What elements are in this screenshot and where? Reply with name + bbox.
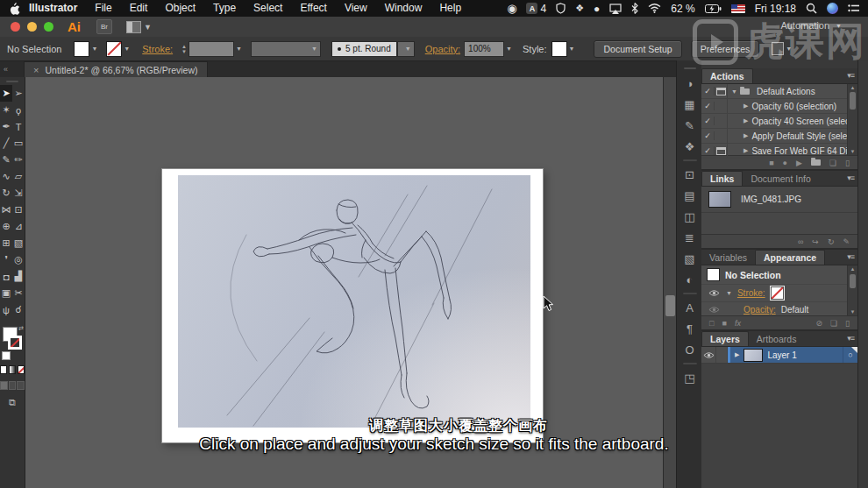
brush-dropdown-arrow[interactable]: ▼ xyxy=(397,41,415,57)
gradient-button[interactable] xyxy=(9,365,16,374)
action-row[interactable]: ✓ ▶ Opacity 60 (selection) xyxy=(701,99,857,114)
action-row[interactable]: ✓ ▶ Save For Web GIF 64 Dithe… xyxy=(701,144,857,159)
none-button[interactable] xyxy=(18,365,25,374)
menu-clock[interactable]: Fri 19:18 xyxy=(755,3,796,15)
brushes-panel-icon[interactable]: ✎ xyxy=(677,115,702,136)
delete-item-icon[interactable]: ▯ xyxy=(845,319,850,328)
opacity-value[interactable]: 100% xyxy=(464,41,504,57)
expand-arrow-icon[interactable]: ▶ xyxy=(743,103,748,110)
spotlight-search-icon[interactable] xyxy=(806,3,817,14)
panel-menu-icon[interactable]: ▾≡ xyxy=(847,334,854,343)
draw-inside-button[interactable] xyxy=(17,381,25,390)
eraser-tool[interactable]: ▱ xyxy=(12,168,25,185)
artboard-tool[interactable]: ▣ xyxy=(0,285,12,301)
symbol-link-panel-icon[interactable]: ◳ xyxy=(677,367,702,388)
artboard[interactable] xyxy=(162,169,543,442)
go-to-link-icon[interactable]: ↪ xyxy=(812,237,819,246)
document-properties-icon[interactable] xyxy=(772,42,784,55)
stroke-attribute-link[interactable]: Stroke: xyxy=(737,288,765,298)
new-fill-icon[interactable]: ■ xyxy=(722,319,726,328)
dialog-toggle-cell[interactable] xyxy=(715,129,728,143)
align-panel-icon[interactable]: ▤ xyxy=(677,185,702,206)
layer-name[interactable]: Layer 1 xyxy=(767,350,796,360)
tab-document-info[interactable]: Document Info xyxy=(743,172,818,186)
direct-selection-tool[interactable]: ➢ xyxy=(12,85,25,102)
layer-selected-area[interactable]: ▶ Layer 1 xyxy=(728,347,843,363)
placed-sketch-image[interactable] xyxy=(178,175,530,428)
screen-mode-button[interactable]: ⧉ xyxy=(0,397,25,408)
dialog-toggle-cell[interactable] xyxy=(715,99,728,113)
app-notification-icon[interactable]: A xyxy=(526,3,537,14)
expand-arrow-icon[interactable]: ▼ xyxy=(731,88,737,95)
width-tool[interactable]: ⋈ xyxy=(0,202,12,218)
dialog-toggle-icon[interactable] xyxy=(715,144,728,158)
zoom-tool[interactable]: ☌ xyxy=(12,301,25,318)
document-setup-button[interactable]: Document Setup xyxy=(594,40,681,58)
chevron-down-icon[interactable]: ▼ xyxy=(569,46,575,52)
chevron-down-icon[interactable]: ▼ xyxy=(124,46,130,52)
airplay-icon[interactable] xyxy=(609,4,622,14)
perspective-grid-tool[interactable]: ⊿ xyxy=(12,218,25,235)
visibility-eye-icon[interactable] xyxy=(707,289,721,297)
action-enabled-check[interactable]: ✓ xyxy=(701,131,715,140)
appearance-selection-row[interactable]: No Selection xyxy=(701,265,857,285)
link-item-row[interactable]: IMG_0481.JPG xyxy=(701,187,857,213)
chevron-down-icon[interactable]: ▼ xyxy=(91,46,97,52)
input-language-flag-icon[interactable] xyxy=(731,4,745,13)
stroke-color-swatch[interactable] xyxy=(106,41,122,57)
fill-color-swatch[interactable] xyxy=(74,41,89,57)
record-icon[interactable]: ● xyxy=(783,159,787,167)
menu-help[interactable]: Help xyxy=(430,0,470,17)
arrange-documents-button[interactable]: ▼ xyxy=(126,21,152,33)
screen-record-icon[interactable]: ◉ xyxy=(507,2,516,15)
stroke-none-swatch[interactable] xyxy=(771,286,784,300)
expand-arrow-icon[interactable]: ▶ xyxy=(743,117,748,124)
close-document-icon[interactable]: × xyxy=(33,65,39,75)
bluetooth-icon[interactable] xyxy=(631,3,638,14)
panel-menu-icon[interactable]: ▾≡ xyxy=(847,71,854,80)
column-graph-tool[interactable]: ▟ xyxy=(12,268,25,285)
line-segment-tool[interactable]: ╱ xyxy=(0,135,12,152)
scroll-up-icon[interactable]: ▲ xyxy=(848,266,857,272)
color-button[interactable] xyxy=(0,365,7,374)
menu-file[interactable]: File xyxy=(86,0,120,17)
scroll-up-icon[interactable]: ▲ xyxy=(848,85,857,90)
chevron-down-icon[interactable]: ▼ xyxy=(786,46,792,52)
scrollbar-thumb[interactable] xyxy=(850,92,856,110)
go-to-bridge-button[interactable]: Br xyxy=(96,19,112,34)
menu-window[interactable]: Window xyxy=(376,0,431,17)
menu-view[interactable]: View xyxy=(336,0,376,17)
symbols-panel-icon[interactable]: ❖ xyxy=(677,136,702,157)
visibility-eye-icon[interactable] xyxy=(707,306,721,314)
default-fill-stroke-icon[interactable] xyxy=(2,351,11,360)
width-profile-dropdown[interactable]: ▼ xyxy=(251,41,321,57)
new-stroke-icon[interactable]: □ xyxy=(709,319,714,328)
siri-icon[interactable] xyxy=(827,3,838,14)
apple-logo-icon[interactable] xyxy=(9,2,20,15)
pencil-tool[interactable]: ✏ xyxy=(12,152,25,168)
action-row[interactable]: ✓ ▶ Opacity 40 Screen (selecti… xyxy=(701,114,857,129)
duplicate-item-icon[interactable]: ❏ xyxy=(830,319,837,328)
wifi-icon[interactable] xyxy=(648,4,661,13)
opentype-panel-icon[interactable]: O xyxy=(677,339,702,360)
lasso-tool[interactable]: ϙ xyxy=(12,102,25,118)
opacity-link[interactable]: Opacity: xyxy=(425,44,460,54)
action-enabled-check[interactable]: ✓ xyxy=(701,87,715,95)
transform-panel-icon[interactable]: ⊡ xyxy=(677,164,702,185)
new-action-icon[interactable]: ❏ xyxy=(829,159,836,167)
scroll-down-icon[interactable]: ▼ xyxy=(848,309,857,315)
action-set-row[interactable]: ✓ ▼ Default Actions xyxy=(701,84,857,99)
selection-tool[interactable]: ➤ xyxy=(0,85,12,102)
appearance-stroke-row[interactable]: ▼ Stroke: xyxy=(701,285,857,302)
scroll-down-icon[interactable]: ▼ xyxy=(848,149,857,154)
menu-app-name[interactable]: Illustrator xyxy=(20,0,86,17)
window-close-button[interactable] xyxy=(11,22,20,32)
scrollbar-thumb[interactable] xyxy=(665,295,675,316)
workspace-switcher[interactable]: Automation ▼ xyxy=(780,20,842,31)
draw-normal-button[interactable] xyxy=(0,381,8,390)
pathfinder-panel-icon[interactable]: ◫ xyxy=(677,206,702,227)
shaper-tool[interactable]: ∿ xyxy=(0,168,12,185)
relink-icon[interactable]: ∞ xyxy=(798,237,803,246)
action-row[interactable]: ✓ ▶ Apply Default Style (select… xyxy=(701,129,857,144)
expand-arrow-icon[interactable]: ▶ xyxy=(735,351,739,358)
